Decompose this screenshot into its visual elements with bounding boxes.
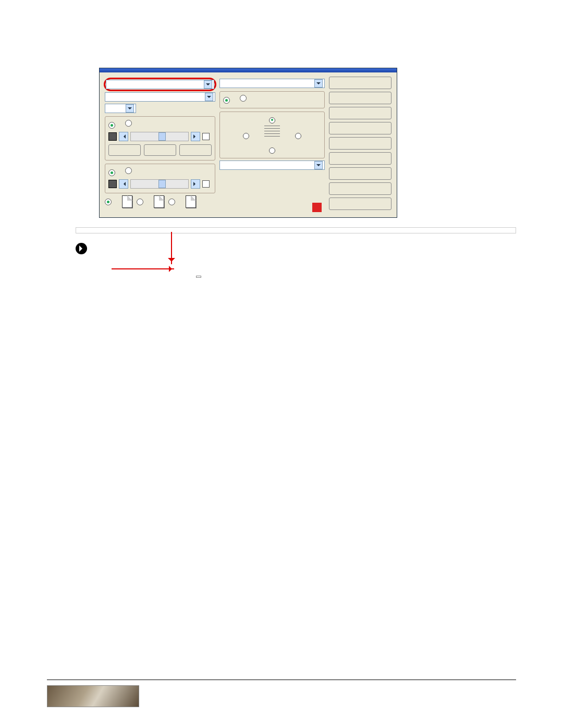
note-arrow-icon [76, 243, 87, 254]
arrow-right-icon[interactable] [191, 179, 200, 189]
dither-dropdown[interactable] [105, 92, 215, 102]
subarea-button[interactable] [329, 167, 391, 180]
lighten-button[interactable] [179, 144, 212, 156]
pagelayout-group [219, 91, 325, 108]
chevron-down-icon[interactable] [314, 161, 323, 169]
dpi-dropdown[interactable] [105, 104, 136, 113]
papersrc-dropdown[interactable] [219, 161, 325, 170]
pagesize-dropdown[interactable] [219, 79, 325, 88]
red-highlight-ring [104, 78, 216, 91]
scanner-dialog [99, 68, 397, 218]
landscape-radio[interactable] [240, 95, 249, 102]
chevron-down-icon[interactable] [126, 104, 134, 113]
swatch-dark-icon [108, 180, 117, 188]
page-footer [47, 680, 516, 707]
darken-button[interactable] [108, 144, 141, 156]
rgb-tooltip [196, 276, 201, 278]
about-button[interactable] [329, 198, 391, 210]
contrast-manual-radio[interactable] [108, 169, 117, 176]
swatch-dark-icon [108, 132, 117, 141]
brightness-auto-radio[interactable] [125, 120, 134, 127]
footer-thumbnail [47, 685, 139, 707]
chevron-down-icon[interactable] [204, 80, 212, 89]
default-button[interactable] [329, 107, 391, 119]
area-button[interactable] [329, 122, 391, 134]
page-icon [186, 195, 196, 208]
feed-group [219, 112, 325, 158]
imprinter-button[interactable] [329, 152, 391, 165]
page-icon [154, 195, 164, 208]
brightness-group [105, 116, 215, 161]
contrast-auto-radio[interactable] [125, 167, 134, 174]
pointer-arrow-right-icon [112, 268, 174, 269]
logo-icon [312, 203, 322, 212]
contrast-slider[interactable] [108, 179, 212, 189]
dialog-titlebar [100, 68, 397, 72]
cancel-button[interactable] [329, 92, 391, 104]
normal-button[interactable] [144, 144, 176, 156]
portrait-radio[interactable] [223, 97, 232, 104]
brightness-slider[interactable] [108, 132, 212, 141]
pointer-arrow-down-icon [171, 232, 172, 264]
mode-dropdown[interactable] [106, 80, 214, 89]
note-heading [76, 243, 516, 254]
bbh-logo [219, 203, 325, 212]
more-button[interactable] [329, 137, 391, 150]
side-selector[interactable] [105, 195, 215, 208]
contrast-checkbox[interactable] [202, 180, 210, 188]
page-icon [122, 195, 132, 208]
arrow-left-icon[interactable] [119, 179, 128, 189]
brightness-checkbox[interactable] [202, 133, 210, 140]
chevron-down-icon[interactable] [314, 79, 323, 88]
contrast-group [105, 164, 215, 193]
hizoom-grid [76, 227, 516, 233]
arrow-right-icon[interactable] [191, 132, 200, 141]
brightness-manual-radio[interactable] [108, 122, 117, 129]
feed-diagram[interactable] [223, 117, 321, 154]
arrow-left-icon[interactable] [119, 132, 128, 141]
dropout-button[interactable] [329, 182, 391, 195]
ok-button[interactable] [329, 77, 391, 89]
chevron-down-icon[interactable] [205, 93, 213, 101]
